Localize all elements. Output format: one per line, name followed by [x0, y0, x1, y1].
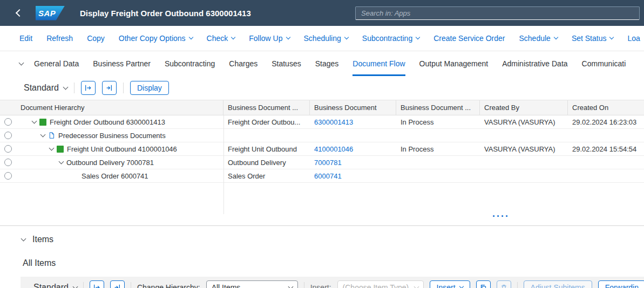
tree-collapse-icon[interactable] — [49, 145, 55, 150]
copy-item-button[interactable] — [476, 280, 491, 288]
back-button[interactable] — [9, 3, 28, 23]
expand-all-button[interactable] — [81, 81, 96, 95]
tab-business-partner[interactable]: Business Partner — [93, 51, 151, 76]
action-refresh[interactable]: Refresh — [46, 34, 73, 43]
row-selector-radio[interactable] — [4, 159, 12, 166]
business-doc-status-cell: In Process — [396, 145, 480, 153]
header-collapse-button[interactable] — [19, 51, 23, 76]
items-view-selector[interactable]: Standard — [33, 283, 77, 288]
hierarchy-select[interactable]: All Items — [206, 280, 298, 288]
predecessor-document-icon — [48, 132, 55, 139]
action-label: Follow Up — [249, 34, 282, 43]
hierarchy-label: Freight Order Outbound 6300001413 — [50, 118, 165, 126]
col-business-document-status[interactable]: Business Document ... — [396, 100, 480, 115]
table-row[interactable]: Freight Order Outbound 6300001413 Freigh… — [0, 115, 644, 129]
search-input[interactable] — [355, 6, 640, 20]
col-created-by[interactable]: Created By — [480, 100, 568, 115]
row-selector-radio[interactable] — [4, 145, 12, 153]
row-selector-radio[interactable] — [4, 172, 12, 180]
action-edit[interactable]: Edit — [19, 34, 32, 43]
items-section-title: Items — [32, 235, 53, 244]
business-doc-number-link[interactable]: 7000781 — [310, 159, 396, 167]
chevron-down-icon — [344, 35, 349, 39]
action-check[interactable]: Check — [207, 34, 235, 43]
hierarchy-label: Freight Unit Outbound 4100001046 — [67, 145, 177, 153]
action-label: Edit — [19, 34, 32, 43]
business-doc-number-link[interactable]: 6300001413 — [310, 118, 396, 126]
col-created-on[interactable]: Created On — [568, 100, 644, 115]
toolbar-separator — [74, 83, 74, 93]
table-header: Document Hierarchy Business Document ...… — [0, 100, 644, 115]
tab-subcontracting[interactable]: Subcontracting — [165, 51, 215, 76]
action-schedule[interactable]: Schedule — [519, 34, 557, 43]
action-scheduling[interactable]: Scheduling — [304, 34, 348, 43]
sap-logo[interactable]: SAP — [36, 6, 65, 20]
row-selector-radio[interactable] — [4, 132, 12, 139]
view-selector[interactable]: Standard — [24, 83, 67, 93]
section-collapse-icon[interactable] — [21, 236, 26, 241]
forwarding-button-label: Forwardin — [605, 283, 639, 288]
chevron-down-icon — [63, 84, 68, 90]
freight-order-status-icon — [39, 119, 46, 126]
action-label: Check — [207, 34, 228, 43]
table-row[interactable]: Sales Order 6000741 Sales Order 6000741 — [0, 169, 644, 183]
table-row[interactable]: Predecessor Business Documents — [0, 129, 644, 142]
toolbar-separator — [123, 83, 124, 93]
tab-statuses[interactable]: Statuses — [272, 51, 301, 76]
items-expand-all-button[interactable] — [90, 280, 104, 288]
action-create-service-order[interactable]: Create Service Order — [433, 34, 505, 43]
delete-item-button[interactable] — [497, 280, 511, 288]
view-selector-label: Standard — [24, 83, 59, 93]
toolbar-separator — [517, 282, 518, 288]
insert-label: Insert: — [310, 283, 331, 288]
tree-collapse-icon[interactable] — [59, 159, 64, 164]
action-set-status[interactable]: Set Status — [572, 34, 614, 43]
business-doc-number-link[interactable]: 4100001046 — [310, 145, 396, 153]
action-other-copy-options[interactable]: Other Copy Options — [119, 34, 193, 43]
items-collapse-all-button[interactable] — [110, 280, 125, 288]
tree-collapse-icon[interactable] — [40, 132, 46, 137]
col-document-hierarchy[interactable]: Document Hierarchy — [16, 100, 223, 115]
display-button[interactable]: Display — [130, 81, 169, 95]
row-selector-radio[interactable] — [4, 118, 12, 126]
page-title: Display Freight Order Outbound 630000141… — [80, 9, 251, 18]
tab-output-management[interactable]: Output Management — [419, 51, 489, 76]
tab-general-data[interactable]: General Data — [34, 51, 79, 76]
document-flow-toolbar: Standard Display — [0, 76, 644, 100]
col-business-document[interactable]: Business Document — [310, 100, 396, 115]
business-doc-type-cell: Sales Order — [223, 172, 310, 180]
created-by-cell: VASURYA (VASURYA) — [480, 118, 568, 126]
item-type-select: (Choose Item Type) — [337, 280, 424, 288]
tab-document-flow[interactable]: Document Flow — [352, 51, 405, 76]
chevron-down-icon — [231, 35, 235, 39]
tree-collapse-icon[interactable] — [32, 118, 37, 124]
business-doc-type-cell: Freight Order Outbou... — [223, 118, 310, 126]
chevron-down-icon — [19, 60, 24, 65]
splitter-grip-handle[interactable]: ···· — [492, 211, 510, 222]
insert-button[interactable]: Insert — [430, 280, 470, 288]
action-load[interactable]: Loa — [627, 34, 640, 43]
forwarding-button[interactable]: Forwardin — [598, 280, 644, 288]
action-label: Loa — [627, 34, 640, 43]
action-copy[interactable]: Copy — [87, 34, 105, 43]
collapse-all-icon — [105, 84, 113, 92]
expand-all-icon — [93, 284, 100, 288]
expand-all-icon — [84, 84, 92, 92]
sap-logo-text: SAP — [36, 9, 56, 18]
tab-communication[interactable]: Communicati — [582, 51, 626, 76]
business-doc-number-link[interactable]: 6000741 — [310, 172, 396, 180]
chevron-down-icon — [609, 35, 614, 39]
insert-button-label: Insert — [437, 283, 456, 288]
business-doc-status-cell: In Process — [396, 118, 480, 126]
table-row[interactable]: Freight Unit Outbound 4100001046 Freight… — [0, 142, 644, 156]
tab-charges[interactable]: Charges — [229, 51, 257, 76]
col-business-document-type[interactable]: Business Document ... — [223, 100, 310, 115]
tab-administrative-data[interactable]: Administrative Data — [502, 51, 567, 76]
tab-stages[interactable]: Stages — [315, 51, 339, 76]
adjust-subitems-button[interactable]: Adjust Subitems — [524, 280, 592, 288]
table-row[interactable]: Outbound Delivery 7000781 Outbound Deliv… — [0, 156, 644, 169]
action-subcontracting[interactable]: Subcontracting — [362, 34, 419, 43]
collapse-all-button[interactable] — [102, 81, 117, 95]
adjust-subitems-label: Adjust Subitems — [531, 283, 585, 288]
action-follow-up[interactable]: Follow Up — [249, 34, 289, 43]
